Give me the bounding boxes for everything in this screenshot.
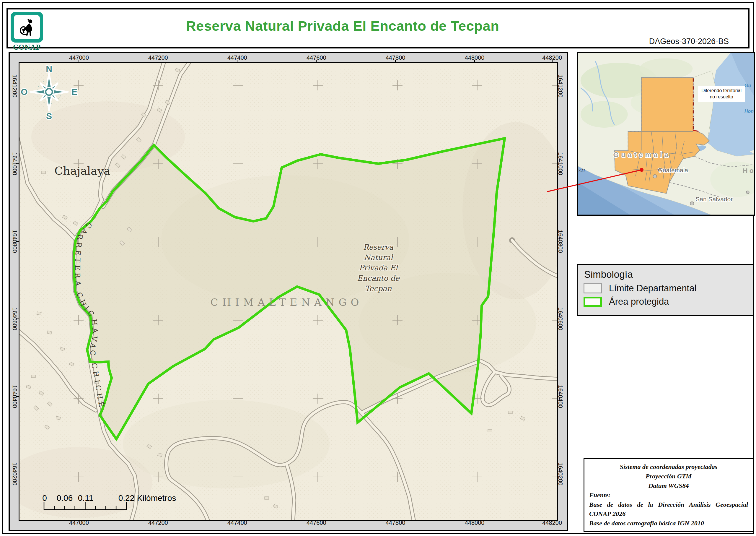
inset-san-salvador-dot: [690, 202, 694, 205]
town-label: Chajalaya: [54, 164, 110, 177]
projection-line: Proyección GTM: [589, 472, 748, 481]
scale-label-0: 0: [42, 493, 47, 503]
locator-dot: [640, 168, 644, 172]
inset-guatemala-city-dot: [653, 175, 657, 178]
datum-line: Datum WGS84: [589, 481, 748, 490]
building: [41, 171, 46, 174]
map-panel: CARRETERA CHICHAVAC-CHICHÉ Chajalaya CHI…: [18, 62, 558, 521]
compass-s: S: [46, 111, 52, 121]
source-line-1: Base de datos de la Dirección Análisis G…: [589, 500, 748, 519]
svg-text:Encanto de: Encanto de: [357, 274, 399, 283]
legend: Simbología Límite Departamental Área pro…: [577, 264, 754, 316]
scale-label-006: 0.06: [57, 493, 73, 503]
inset-city2-label: San Salvador: [695, 196, 733, 202]
projection-info-box: Sistema de coordenadas proyectadas Proye…: [583, 458, 754, 532]
legend-item-protected: Área protegida: [583, 296, 747, 307]
legend-item-label: Límite Departamental: [609, 283, 696, 294]
document-code: DAGeos-370-2026-BS: [649, 37, 729, 46]
svg-text:Tecpan: Tecpan: [365, 284, 392, 293]
inset-canvas: Guatemala Guatemala San Salvador Ho Gu H…: [578, 52, 755, 216]
inset-sea-label-fragment-1: Gu: [744, 83, 751, 88]
compass-n: N: [46, 64, 52, 74]
inset-locator-map: Guatemala Guatemala San Salvador Ho Gu H…: [578, 52, 755, 216]
building: [37, 312, 41, 315]
scale-label-011: 0.11: [78, 493, 93, 503]
conap-logo: CONAP: [9, 12, 45, 51]
legend-item-label: Área protegida: [609, 296, 669, 307]
source-line-2: Base de datos cartografía básica IGN 201…: [589, 519, 748, 528]
building: [31, 375, 35, 378]
svg-text:Privada El: Privada El: [359, 264, 398, 272]
building: [508, 411, 512, 414]
map-frame: 4470004470004472004472004474004474004476…: [9, 52, 568, 531]
territorial-note: Diferendo territorial no resuelto: [698, 86, 745, 102]
protected-area-swatch: [583, 297, 602, 307]
conap-logo-frame: [11, 12, 43, 43]
conap-wordmark: CONAP: [9, 43, 45, 51]
scale-unit-label: Kilómetros: [137, 493, 176, 503]
map-document-page: { "header": { "title": "Reserva Natural …: [0, 0, 756, 536]
inset-country-label: Guatemala: [613, 151, 670, 159]
legend-item-departmental: Límite Departamental: [583, 283, 747, 294]
building: [265, 497, 269, 499]
scale-label-022: 0.22: [118, 493, 135, 503]
inset-city-label: Guatemala: [658, 167, 688, 174]
map-canvas: CARRETERA CHICHAVAC-CHICHÉ Chajalaya CHI…: [19, 63, 557, 520]
monkey-icon: [14, 15, 40, 39]
svg-text:Reserva: Reserva: [363, 243, 394, 251]
header: Reserva Natural Privada El Encanto de Te…: [7, 8, 749, 49]
crs-line: Sistema de coordenadas proyectadas: [589, 462, 748, 472]
compass-o: O: [21, 87, 27, 97]
building: [56, 416, 60, 419]
compass-e: E: [72, 87, 78, 97]
page-title: Reserva Natural Privada El Encanto de Te…: [25, 10, 660, 42]
source-label: Fuente:: [589, 490, 748, 500]
department-label: CHIMALTENANGO: [210, 296, 363, 308]
legend-title: Simbología: [584, 269, 747, 280]
inset-honduras-fragment: Ho: [743, 167, 755, 174]
departmental-boundary-swatch: [583, 284, 602, 293]
partial-coordinate-label: 721: [578, 168, 585, 173]
svg-text:Natural: Natural: [364, 253, 394, 262]
building: [488, 429, 492, 432]
